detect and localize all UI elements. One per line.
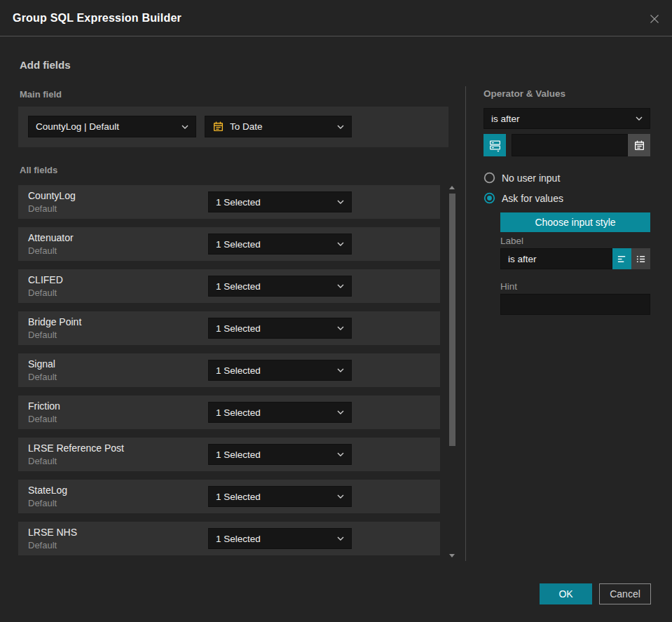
- field-values-dropdown-value: 1 Selected: [216, 197, 333, 208]
- calendar-icon: [633, 140, 645, 151]
- all-fields-list: CountyLog Default 1 Selected Attenuator …: [18, 185, 440, 564]
- field-values-dropdown[interactable]: 1 Selected: [208, 528, 352, 549]
- field-values-dropdown-value: 1 Selected: [216, 281, 333, 292]
- field-subtitle: Default: [28, 540, 57, 550]
- chevron-down-icon: [337, 326, 344, 330]
- hint-input[interactable]: [500, 294, 650, 315]
- field-values-dropdown[interactable]: 1 Selected: [208, 444, 352, 465]
- field-subtitle: Default: [28, 372, 57, 382]
- single-input-style-button[interactable]: [612, 248, 631, 269]
- chevron-down-icon: [337, 452, 344, 457]
- stacked-rows-icon: [488, 139, 502, 152]
- field-name: Signal: [28, 358, 55, 370]
- fields-list-scrollbar[interactable]: [449, 184, 455, 563]
- list-input-style-button[interactable]: [631, 248, 650, 269]
- date-field-dropdown[interactable]: To Date: [205, 116, 352, 137]
- main-field-dropdown[interactable]: CountyLog | Default: [28, 116, 196, 137]
- chevron-down-icon: [337, 200, 344, 204]
- field-subtitle: Default: [28, 498, 57, 508]
- field-row: Signal Default 1 Selected: [18, 353, 440, 387]
- field-values-dropdown-value: 1 Selected: [216, 492, 333, 502]
- field-subtitle: Default: [28, 330, 57, 340]
- operator-dropdown-value: is after: [491, 114, 631, 124]
- choose-input-style-button[interactable]: Choose input style: [500, 212, 650, 232]
- field-values-dropdown-value: 1 Selected: [216, 534, 333, 544]
- field-row: CountyLog Default 1 Selected: [18, 185, 440, 219]
- field-values-dropdown[interactable]: 1 Selected: [208, 276, 352, 297]
- group-sql-expression-builder-dialog: Group SQL Expression Builder Add fields …: [0, 0, 672, 622]
- radio-selected-icon: [484, 192, 495, 204]
- field-values-dropdown-value: 1 Selected: [216, 449, 333, 460]
- cancel-button[interactable]: Cancel: [599, 583, 651, 604]
- field-name: Bridge Point: [28, 316, 81, 327]
- field-values-dropdown-value: 1 Selected: [216, 323, 333, 334]
- operator-values-heading: Operator & Values: [484, 88, 565, 99]
- chevron-down-icon: [636, 116, 643, 121]
- field-values-dropdown-value: 1 Selected: [216, 365, 333, 376]
- label-input[interactable]: [500, 248, 612, 269]
- radio-no-user-input-label: No user input: [502, 173, 560, 184]
- field-subtitle: Default: [28, 414, 57, 424]
- field-values-dropdown-value: 1 Selected: [216, 407, 333, 418]
- dialog-title: Group SQL Expression Builder: [13, 12, 181, 25]
- operator-dropdown[interactable]: is after: [484, 108, 650, 129]
- field-subtitle: Default: [28, 456, 57, 466]
- align-left-icon: [617, 254, 627, 264]
- panel-divider: [465, 86, 466, 561]
- calendar-icon: [212, 121, 224, 133]
- field-name: Attenuator: [28, 232, 74, 243]
- field-row: LRSE NHS Default 1 Selected: [18, 522, 440, 555]
- main-field-panel: CountyLog | Default To Date: [18, 107, 448, 147]
- label-caption: Label: [500, 236, 523, 246]
- field-values-dropdown[interactable]: 1 Selected: [208, 360, 352, 381]
- chevron-down-icon: [337, 410, 344, 414]
- scroll-up-icon[interactable]: [449, 186, 455, 189]
- date-picker-button[interactable]: [628, 134, 650, 156]
- field-name: CountyLog: [28, 190, 76, 201]
- field-source-button[interactable]: [484, 134, 506, 156]
- field-values-dropdown-value: 1 Selected: [216, 239, 333, 250]
- chevron-down-icon: [181, 125, 188, 129]
- field-values-dropdown[interactable]: 1 Selected: [208, 191, 352, 212]
- field-values-dropdown[interactable]: 1 Selected: [208, 234, 352, 255]
- radio-ask-for-values-label: Ask for values: [502, 193, 563, 204]
- field-values-dropdown[interactable]: 1 Selected: [208, 486, 352, 507]
- field-values-dropdown[interactable]: 1 Selected: [208, 318, 352, 339]
- field-row: StateLog Default 1 Selected: [18, 480, 440, 513]
- field-row: LRSE Reference Post Default 1 Selected: [18, 438, 440, 471]
- bullet-list-icon: [636, 254, 646, 264]
- chevron-down-icon: [337, 494, 344, 499]
- main-field-dropdown-value: CountyLog | Default: [36, 121, 177, 132]
- field-name: StateLog: [28, 485, 67, 496]
- close-button[interactable]: [647, 11, 662, 27]
- chevron-down-icon: [337, 125, 344, 129]
- dialog-header: Group SQL Expression Builder: [0, 0, 672, 36]
- date-field-dropdown-value: To Date: [230, 121, 333, 132]
- field-subtitle: Default: [28, 245, 57, 256]
- scroll-down-icon[interactable]: [449, 554, 455, 557]
- scrollbar-thumb[interactable]: [449, 194, 455, 446]
- field-name: Friction: [28, 400, 60, 412]
- field-name: CLIFED: [28, 274, 63, 285]
- field-row: Attenuator Default 1 Selected: [18, 227, 440, 261]
- all-fields-label: All fields: [20, 165, 57, 175]
- ok-button[interactable]: OK: [540, 583, 592, 604]
- field-row: Bridge Point Default 1 Selected: [18, 311, 440, 345]
- field-name: LRSE NHS: [28, 527, 77, 538]
- field-row: CLIFED Default 1 Selected: [18, 269, 440, 303]
- close-icon: [648, 13, 661, 25]
- radio-no-user-input[interactable]: No user input: [484, 172, 560, 184]
- field-subtitle: Default: [28, 288, 57, 298]
- field-values-dropdown[interactable]: 1 Selected: [208, 402, 352, 423]
- hint-caption: Hint: [500, 281, 517, 292]
- radio-unselected-icon: [484, 172, 495, 184]
- radio-ask-for-values[interactable]: Ask for values: [484, 192, 563, 204]
- field-row: Friction Default 1 Selected: [18, 395, 440, 429]
- main-field-label: Main field: [20, 89, 62, 100]
- value-input[interactable]: [512, 134, 628, 156]
- add-fields-heading: Add fields: [20, 59, 71, 71]
- chevron-down-icon: [337, 284, 344, 288]
- field-subtitle: Default: [28, 203, 57, 214]
- chevron-down-icon: [337, 242, 344, 246]
- chevron-down-icon: [337, 536, 344, 541]
